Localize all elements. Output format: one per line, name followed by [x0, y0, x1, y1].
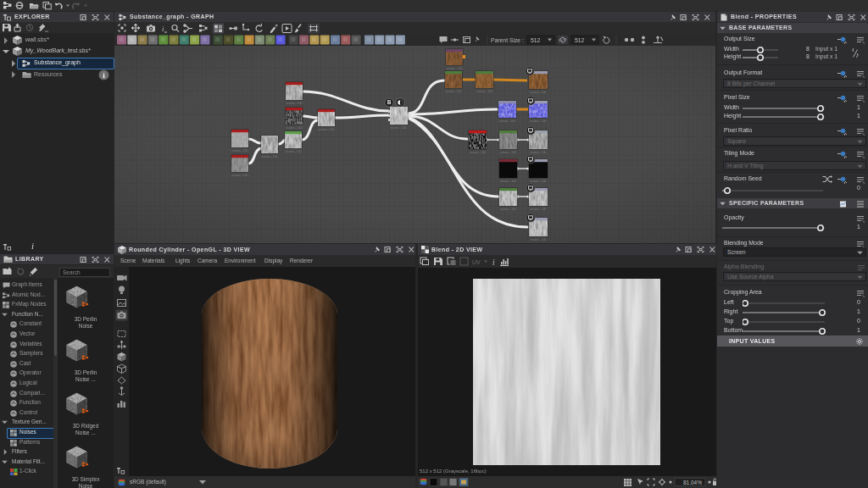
svg-text:xxxxxx - 100: xxxxxx - 100 [262, 155, 278, 158]
svg-text:xxxxxx - 100: xxxxxx - 100 [531, 208, 547, 211]
svg-text:xxxxxx - 100: xxxxxx - 100 [499, 119, 515, 123]
svg-text:xxxxxx - 100: xxxxxx - 100 [232, 174, 248, 177]
svg-text:xxxxxx - 100: xxxxxx - 100 [500, 151, 516, 154]
svg-text:xxxxxx - 100: xxxxxx - 100 [287, 102, 303, 105]
svg-text:xxxxxx - 100: xxxxxx - 100 [232, 149, 248, 152]
svg-text:i: i [492, 258, 495, 267]
svg-text:xxxxxx - 100: xxxxxx - 100 [287, 126, 303, 130]
svg-text:81.04%: 81.04% [683, 480, 702, 485]
svg-text:xxxxxx - 100: xxxxxx - 100 [531, 180, 547, 183]
svg-text:512: 512 [531, 37, 541, 43]
svg-text:xxxxxx - 100: xxxxxx - 100 [286, 150, 302, 153]
svg-text:Parent Size :: Parent Size : [491, 37, 524, 43]
svg-text:xxxxxx - 100: xxxxxx - 100 [447, 67, 463, 70]
svg-text:UV: UV [472, 259, 481, 265]
svg-text:xxxxxx - 100: xxxxxx - 100 [500, 208, 516, 211]
svg-text:xxxxxx - 100: xxxxxx - 100 [319, 128, 335, 131]
svg-text:xxxxxx - 100: xxxxxx - 100 [446, 90, 462, 93]
svg-text:512: 512 [575, 37, 585, 43]
svg-text:xxxxxx - 100: xxxxxx - 100 [531, 151, 547, 154]
svg-text:xxxxxx - 100: xxxxxx - 100 [476, 90, 492, 93]
svg-text:B: B [387, 99, 392, 105]
svg-text:xxxxxx - 100: xxxxxx - 100 [531, 91, 547, 94]
svg-text:xxxxxx - 100: xxxxxx - 100 [470, 151, 486, 154]
svg-text:xxxxxx - 100: xxxxxx - 100 [531, 119, 547, 123]
svg-text:xxxxxx - 100: xxxxxx - 100 [391, 126, 407, 130]
svg-text:i: i [162, 25, 164, 33]
svg-text:xxxxxx - 100: xxxxxx - 100 [531, 238, 547, 241]
svg-text:xxxxxx - 100: xxxxxx - 100 [500, 180, 516, 183]
